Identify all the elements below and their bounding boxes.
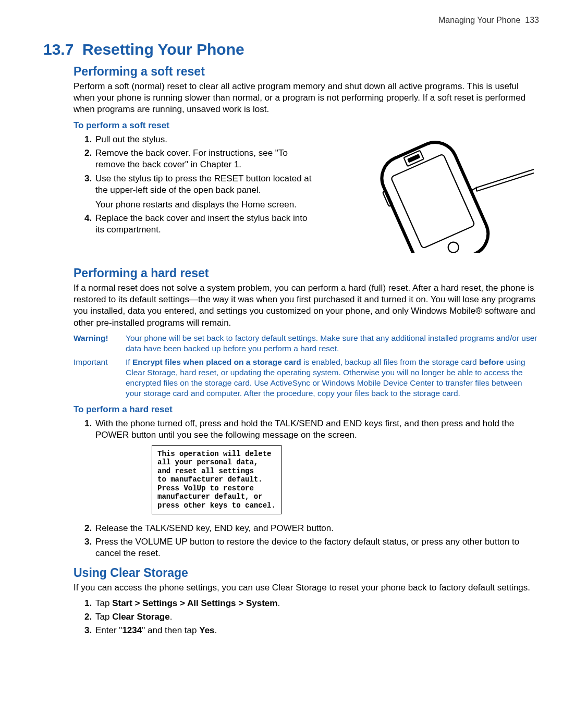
soft-heading: Performing a soft reset [74,65,539,79]
list-item: Enter "1234" and then tap Yes. [94,625,539,636]
svg-line-8 [476,173,534,191]
svg-point-3 [447,241,460,253]
list-item: Remove the back cover. For instructions,… [94,147,319,170]
list-item: Replace the back cover and insert the st… [94,213,319,236]
page-number: 133 [525,16,539,24]
list-item: Tap Clear Storage. [94,611,539,623]
svg-line-7 [476,169,534,188]
hard-intro: If a normal reset does not solve a syste… [74,282,539,328]
running-head-text: Managing Your Phone [438,16,520,24]
phone-illustration-icon [341,134,539,253]
step-note: Your phone restarts and displays the Hom… [95,199,319,211]
warning-label: Warning! [74,333,126,354]
clear-intro: If you can access the phone settings, yo… [74,582,539,594]
section-title: 13.7 Resetting Your Phone [43,41,539,58]
list-item: Use the stylus tip to press the RESET bu… [94,173,319,211]
phone-back-illustration [341,134,539,255]
important-note: Important If Encrypt files when placed o… [74,357,539,399]
list-item: Release the TALK/SEND key, END key, and … [94,523,539,534]
hard-steps: With the phone turned off, press and hol… [84,418,539,560]
section-number: 13.7 [43,41,74,58]
soft-steps-with-figure: Pull out the stylus. Remove the back cov… [43,134,539,260]
important-body: If Encrypt files when placed on a storag… [126,357,539,399]
section-name: Resetting Your Phone [82,41,244,58]
running-header: Managing Your Phone 133 [43,16,539,25]
important-label: Important [74,357,126,399]
list-item: Press the VOLUME UP button to restore th… [94,536,539,559]
soft-procedure-title: To perform a soft reset [74,120,539,131]
soft-intro: Perform a soft (normal) reset to clear a… [74,81,539,115]
svg-rect-1 [375,135,495,253]
warning-body: Your phone will be set back to factory d… [126,333,539,354]
hard-procedure-title: To perform a hard reset [74,404,539,415]
clear-steps: Tap Start > Settings > All Settings > Sy… [84,598,539,636]
svg-rect-0 [375,135,495,253]
list-item: With the phone turned off, press and hol… [94,418,539,521]
page: Managing Your Phone 133 13.7 Resetting Y… [0,0,563,728]
soft-steps: Pull out the stylus. Remove the back cov… [84,134,319,236]
screen-message: This operation will delete all your pers… [152,445,282,515]
clear-heading: Using Clear Storage [74,566,539,580]
svg-rect-5 [408,155,420,162]
warning-note: Warning! Your phone will be set back to … [74,333,539,354]
list-item: Tap Start > Settings > All Settings > Sy… [94,598,539,609]
list-item: Pull out the stylus. [94,134,319,145]
hard-heading: Performing a hard reset [74,266,539,280]
